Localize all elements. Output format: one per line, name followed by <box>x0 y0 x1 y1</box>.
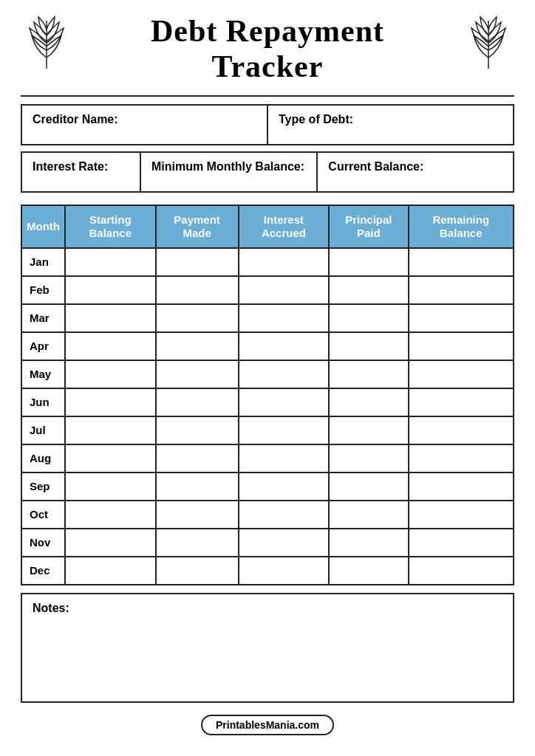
data-cell <box>409 332 514 360</box>
data-cell <box>65 248 156 276</box>
data-cell <box>329 304 408 332</box>
data-cell <box>409 304 514 332</box>
data-cell <box>65 416 156 444</box>
month-cell: Sep <box>21 472 65 501</box>
data-cell <box>329 360 408 388</box>
data-cell <box>409 360 514 388</box>
month-cell: Mar <box>21 304 65 332</box>
data-cell <box>156 444 239 472</box>
data-cell <box>156 529 239 557</box>
data-cell <box>239 416 329 444</box>
creditor-name-label: Creditor Name: <box>33 113 118 126</box>
info-row-rates: Interest Rate: Minimum Monthly Balance: … <box>21 151 514 193</box>
data-cell <box>239 360 329 388</box>
data-cell <box>65 388 156 416</box>
data-cell <box>156 557 239 585</box>
data-cell <box>239 276 329 304</box>
table-row: May <box>21 360 514 388</box>
data-cell <box>156 276 239 304</box>
data-cell <box>329 557 408 585</box>
data-cell <box>65 501 156 529</box>
data-cell <box>65 276 156 304</box>
col-header-starting: Starting Balance <box>65 205 156 248</box>
data-cell <box>156 472 239 501</box>
table-row: Aug <box>21 444 514 472</box>
table-body: JanFebMarAprMayJunJulAugSepOctNovDec <box>21 248 514 585</box>
table-row: Jun <box>21 388 514 416</box>
notes-section: Notes: <box>21 593 514 703</box>
interest-rate-label: Interest Rate: <box>33 160 108 173</box>
data-cell <box>156 360 239 388</box>
data-cell <box>156 388 239 416</box>
data-cell <box>239 501 329 529</box>
creditor-name-field: Creditor Name: <box>22 106 268 144</box>
month-cell: May <box>21 360 65 388</box>
website-label: PrintablesMania.com <box>216 719 319 731</box>
data-cell <box>409 472 514 501</box>
data-cell <box>329 276 408 304</box>
current-balance-label: Current Balance: <box>328 160 423 173</box>
current-balance-field: Current Balance: <box>318 153 513 191</box>
data-cell <box>329 444 408 472</box>
interest-rate-field: Interest Rate: <box>22 153 141 191</box>
notes-label: Notes: <box>33 602 69 614</box>
month-cell: Feb <box>21 276 65 304</box>
data-cell <box>65 472 156 501</box>
data-cell <box>156 248 239 276</box>
data-cell <box>65 529 156 557</box>
leaf-right-icon <box>463 13 514 72</box>
info-row-creditor: Creditor Name: Type of Debt: <box>21 104 514 145</box>
data-cell <box>156 416 239 444</box>
data-cell <box>409 444 514 472</box>
table-row: Jul <box>21 416 514 444</box>
data-cell <box>409 529 514 557</box>
col-header-month: Month <box>21 205 65 248</box>
month-cell: Jun <box>21 388 65 416</box>
table-row: Mar <box>21 304 514 332</box>
min-monthly-label: Minimum Monthly Balance: <box>151 160 304 173</box>
tracker-table: Month Starting Balance Payment Made Inte… <box>21 205 514 585</box>
data-cell <box>329 332 408 360</box>
table-row: Sep <box>21 472 514 501</box>
month-cell: Apr <box>21 332 65 360</box>
page: Debt Repayment Tracker Creditor Name: <box>0 0 535 756</box>
data-cell <box>65 332 156 360</box>
month-cell: Jan <box>21 248 65 276</box>
data-cell <box>65 557 156 585</box>
title-area: Debt Repayment Tracker <box>21 13 514 85</box>
data-cell <box>156 332 239 360</box>
type-of-debt-label: Type of Debt: <box>279 113 353 126</box>
month-cell: Aug <box>21 444 65 472</box>
table-row: Feb <box>21 276 514 304</box>
data-cell <box>409 557 514 585</box>
col-header-interest: Interest Accrued <box>239 205 329 248</box>
month-cell: Oct <box>21 501 65 529</box>
data-cell <box>65 304 156 332</box>
table-row: Jan <box>21 248 514 276</box>
data-cell <box>239 248 329 276</box>
data-cell <box>329 248 408 276</box>
footer: PrintablesMania.com <box>21 715 514 741</box>
data-cell <box>329 388 408 416</box>
data-cell <box>156 304 239 332</box>
table-row: Nov <box>21 529 514 557</box>
data-cell <box>329 416 408 444</box>
data-cell <box>65 444 156 472</box>
table-row: Oct <box>21 501 514 529</box>
col-header-remaining: Remaining Balance <box>409 205 514 248</box>
data-cell <box>409 388 514 416</box>
data-cell <box>329 529 408 557</box>
table-row: Apr <box>21 332 514 360</box>
data-cell <box>239 529 329 557</box>
info-section: Creditor Name: Type of Debt: Interest Ra… <box>21 104 514 199</box>
table-row: Dec <box>21 557 514 585</box>
data-cell <box>239 557 329 585</box>
website-badge: PrintablesMania.com <box>201 715 334 735</box>
col-header-payment: Payment Made <box>156 205 239 248</box>
data-cell <box>239 444 329 472</box>
month-cell: Nov <box>21 529 65 557</box>
data-cell <box>409 276 514 304</box>
col-header-principal: Principal Paid <box>329 205 408 248</box>
type-of-debt-field: Type of Debt: <box>268 106 513 144</box>
title-divider <box>21 95 514 97</box>
